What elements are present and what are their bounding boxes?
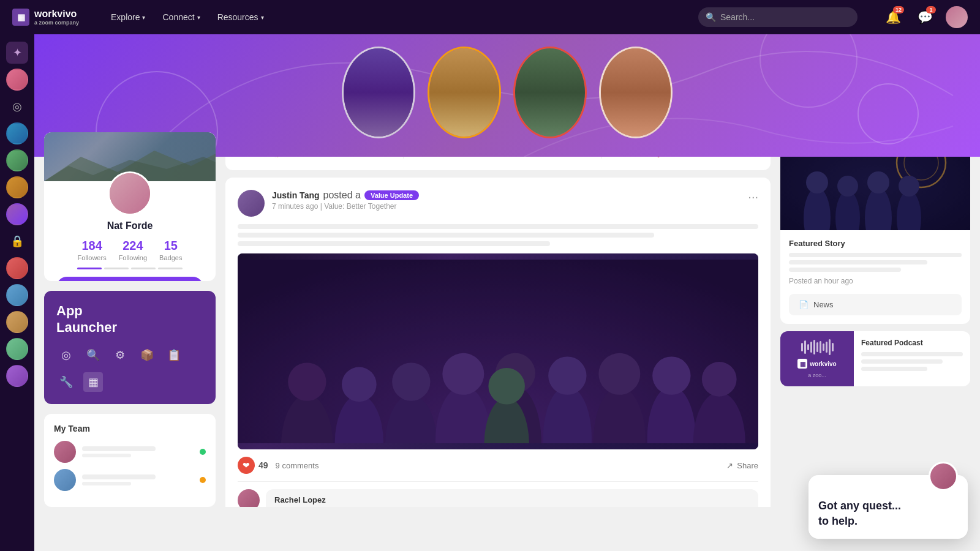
post-card: Justin Tang posted a Value Update 7 minu… [225,178,771,507]
sidebar-avatar-4[interactable] [6,176,28,198]
sidebar-avatar-9[interactable] [6,338,28,360]
app-icon-tools[interactable]: 🔧 [56,372,76,392]
podcast-thumbnail: ▦ workvivo a zoo... [780,331,854,386]
sidebar-avatar-7[interactable] [6,284,28,306]
explore-chevron-icon: ▾ [142,14,145,21]
app-icon-box[interactable]: 📦 [137,345,157,365]
chat-widget-avatar [929,462,958,491]
news-button[interactable]: 📄 News [789,294,962,315]
team-info-2 [82,474,194,485]
comment-author: Rachel Lopez [274,495,750,504]
notifications-button[interactable]: 🔔 12 [882,6,904,28]
badges-stat[interactable]: 15 Badges [159,239,182,261]
chat-widget-text: Got any quest...to help. [818,498,958,529]
document-icon: 📄 [799,300,809,309]
followers-label: Followers [78,254,107,261]
loading-line-3 [238,241,550,246]
featured-podcast-card: ▦ workvivo a zoo... Featured Podcast [780,331,970,386]
story-avatar-1[interactable] [342,47,415,138]
team-member-1[interactable] [54,441,206,463]
post-author-name[interactable]: Justin Tang [272,190,320,200]
team-status-online-2 [200,477,206,483]
sidebar-avatar-3[interactable] [6,149,28,171]
podcast-top: ▦ workvivo a zoo... Featured Podcast [780,331,970,386]
sidebar-avatar-2[interactable] [6,122,28,144]
chat-widget-content: Got any quest...to help. [809,493,968,539]
chat-widget[interactable]: Got any quest...to help. [809,475,968,539]
profile-avatar[interactable] [108,171,152,216]
comments-link[interactable]: 9 comments [276,461,319,470]
team-name-bar-1 [82,446,156,451]
sidebar-avatar-6[interactable] [6,257,28,279]
crowd-image-svg [238,260,758,443]
my-team-card: My Team [44,414,216,507]
message-badge: 1 [926,6,936,13]
featured-story-label: Featured Story [789,239,962,248]
heart-reaction-icon[interactable]: ❤ [238,457,255,474]
featured-story-card: Featured Story Posted an hour ago 📄 News [780,132,970,324]
nav-connect[interactable]: Connect ▾ [155,9,207,26]
story-avatar-3[interactable] [513,47,587,138]
logo-icon: ▦ [12,9,29,26]
logo-text: workvivo a zoom company [34,9,79,26]
resources-chevron-icon: ▾ [261,14,264,21]
main-nav: Explore ▾ Connect ▾ Resources ▾ [104,9,271,26]
team-name-bar-2 [82,474,156,479]
followers-stat[interactable]: 184 Followers [78,239,107,261]
team-status-online-1 [200,449,206,455]
comment-avatar [238,489,260,507]
sidebar-avatar-5[interactable] [6,203,28,225]
post-title-row: Justin Tang posted a Value Update [272,190,741,201]
sidebar-avatar-8[interactable] [6,311,28,333]
podcast-brand: workvivo [810,361,836,367]
post-loading-lines [238,224,758,246]
badges-count: 15 [159,239,182,253]
profile-card: Nat Forde 184 Followers 224 Following 15… [44,132,216,281]
app-icon-doc[interactable]: 📋 [164,345,184,365]
story-avatar-2[interactable] [428,47,501,138]
featured-podcast-label: Featured Podcast [861,339,963,347]
content-area: Nat Forde 184 Followers 224 Following 15… [34,122,980,517]
app-icon-settings[interactable]: ⚙ [110,345,130,365]
share-icon: ↗ [726,461,733,470]
following-stat[interactable]: 224 Following [119,239,147,261]
sidebar-avatar-10[interactable] [6,365,28,387]
user-avatar[interactable] [946,6,968,28]
nav-explore[interactable]: Explore ▾ [104,9,153,26]
app-icon-search[interactable]: 🔍 [83,345,103,365]
say-hi-button[interactable]: Create Your "Say Hi" 👋 [56,277,203,281]
profile-name: Nat Forde [107,220,153,231]
connect-chevron-icon: ▾ [197,14,200,21]
followers-count: 184 [78,239,107,253]
app-icon-camera[interactable]: ◎ [56,345,76,365]
search-input[interactable] [698,7,858,27]
sidebar-item-home[interactable]: ✦ [6,42,28,64]
sidebar-item-lock[interactable]: 🔒 [6,230,28,252]
app-icon-workvivo[interactable]: ▦ [83,372,103,392]
wave-bar-8 [823,343,824,351]
featured-story-time: Posted an hour ago [789,277,962,285]
logo[interactable]: ▦ workvivo a zoom company [12,9,79,26]
podcast-logo: ▦ workvivo [797,359,836,369]
sidebar-item-discover[interactable]: ◎ [6,96,28,118]
share-button[interactable]: ↗ Share [726,461,758,470]
middle-column: 👍 Give a Shout-Out 🎯 Post a Value Update… [225,132,771,507]
value-badge: Value Update [364,190,419,200]
post-more-button[interactable]: ··· [748,190,758,204]
team-info-1 [82,446,194,457]
wave-bar-4 [810,342,812,353]
right-column: Featured Story Posted an hour ago 📄 News [780,132,970,507]
search-wrap: 🔍 [698,7,858,27]
podcast-content: Featured Podcast [854,331,970,386]
sidebar-avatar-1[interactable] [6,69,28,91]
post-author-avatar[interactable] [238,190,265,217]
nav-resources[interactable]: Resources ▾ [210,9,271,26]
post-meta: Justin Tang posted a Value Update 7 minu… [272,190,741,211]
team-role-bar-1 [82,454,131,457]
post-action-text: posted a [323,190,361,201]
left-sidebar: ✦ ◎ 🔒 [0,34,34,551]
team-member-2[interactable] [54,469,206,491]
app-launcher-card: AppLauncher ◎ 🔍 ⚙ 📦 📋 🔧 ▦ [44,291,216,404]
story-avatar-4[interactable] [599,47,673,138]
messages-button[interactable]: 💬 1 [914,6,936,28]
